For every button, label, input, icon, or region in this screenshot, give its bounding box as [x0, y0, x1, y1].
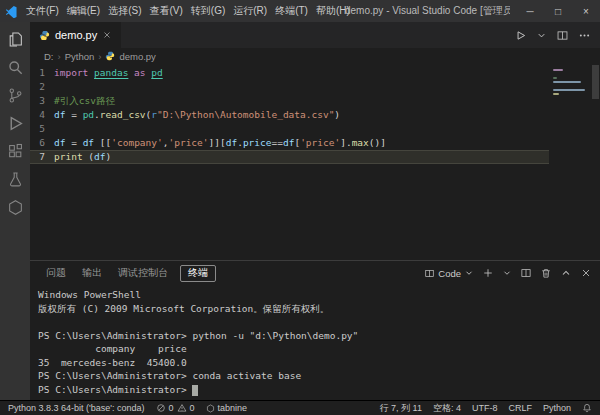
- line-number[interactable]: 2: [30, 80, 54, 94]
- line-number[interactable]: 6: [30, 136, 54, 150]
- panel-tabs: 问题输出调试控制台终端: [38, 261, 220, 285]
- split-terminal-icon[interactable]: [520, 267, 532, 279]
- extensions-icon[interactable]: [0, 137, 30, 165]
- minimize-button[interactable]: ─: [516, 0, 544, 22]
- window-controls: ─ □ ×: [516, 0, 600, 22]
- more-actions-icon[interactable]: [578, 29, 591, 42]
- bottom-panel: 问题输出调试控制台终端 Code: [30, 260, 600, 400]
- language-mode-status[interactable]: Python: [543, 403, 571, 413]
- code-line[interactable]: 2: [30, 80, 549, 94]
- split-editor-icon[interactable]: [556, 29, 569, 42]
- cursor-position-status[interactable]: 行 7, 列 11: [380, 402, 422, 415]
- menu-item-4[interactable]: 转到(G): [187, 0, 229, 22]
- terminal-line: [38, 315, 600, 329]
- menu-item-0[interactable]: 文件(F): [22, 0, 63, 22]
- tabnine-status[interactable]: tabnine: [206, 403, 248, 413]
- testing-icon[interactable]: [0, 165, 30, 193]
- terminal-line: Windows PowerShell: [38, 288, 600, 302]
- line-number[interactable]: 4: [30, 108, 54, 122]
- search-icon[interactable]: [0, 53, 30, 81]
- warning-count: 0: [190, 403, 195, 413]
- terminal-output[interactable]: Windows PowerShell版权所有 (C) 2009 Microsof…: [30, 285, 600, 400]
- indentation-status[interactable]: 空格: 4: [433, 402, 461, 415]
- source-control-icon[interactable]: [0, 81, 30, 109]
- minimap[interactable]: [549, 64, 591, 260]
- menu-item-5[interactable]: 运行(R): [229, 0, 271, 22]
- line-number[interactable]: 5: [30, 122, 54, 136]
- code-line[interactable]: 7print (df): [30, 150, 549, 164]
- shell-selector[interactable]: Code: [424, 268, 474, 279]
- close-window-button[interactable]: ×: [572, 0, 600, 22]
- scrollbar-thumb[interactable]: [592, 65, 599, 99]
- close-tab-icon[interactable]: [102, 30, 112, 40]
- notifications-bell-icon[interactable]: [582, 403, 592, 413]
- breadcrumb: D:›Python›demo.py: [30, 48, 600, 64]
- menu-item-3[interactable]: 查看(V): [145, 0, 186, 22]
- warning-icon: [177, 403, 187, 413]
- line-number[interactable]: 1: [30, 66, 54, 80]
- tabnine-label: tabnine: [218, 403, 248, 413]
- code-text: df = df [['company','price']][df.price==…: [54, 136, 386, 150]
- code-editor[interactable]: 1import pandas as pd23#引入csv路径4df = pd.r…: [30, 64, 600, 260]
- panel-header: 问题输出调试控制台终端 Code: [30, 261, 600, 285]
- shell-label: Code: [438, 268, 461, 279]
- minimap-line: [553, 89, 585, 91]
- problems-status[interactable]: 0 0: [156, 403, 195, 413]
- python-interpreter-status[interactable]: Python 3.8.3 64-bit ('base': conda): [8, 403, 145, 413]
- run-python-file-button[interactable]: [514, 29, 527, 42]
- title-bar: 文件(F)编辑(E)选择(S)查看(V)转到(G)运行(R)终端(T)帮助(H)…: [0, 0, 600, 22]
- breadcrumb-item-0[interactable]: D:: [44, 51, 54, 62]
- breadcrumb-separator: ›: [98, 51, 101, 62]
- code-line[interactable]: 3#引入csv路径: [30, 94, 549, 108]
- encoding-status[interactable]: UTF-8: [472, 403, 498, 413]
- breadcrumb-item-2[interactable]: demo.py: [119, 51, 155, 62]
- close-panel-icon[interactable]: [580, 267, 592, 279]
- run-debug-icon[interactable]: [0, 109, 30, 137]
- breadcrumb-separator: ›: [58, 51, 61, 62]
- maximize-button[interactable]: □: [544, 0, 572, 22]
- terminal-line: PS C:\Users\Administrator>: [38, 383, 600, 397]
- editor-tab-bar: demo.py: [30, 22, 600, 48]
- code-line[interactable]: 4df = pd.read_csv(r"D:\Python\Automobile…: [30, 108, 549, 122]
- editor-scrollbar[interactable]: [591, 64, 600, 260]
- code-line[interactable]: 5: [30, 122, 549, 136]
- maximize-panel-icon[interactable]: [560, 267, 572, 279]
- menu-item-1[interactable]: 编辑(E): [63, 0, 104, 22]
- panel-tab-3[interactable]: 终端: [180, 265, 216, 282]
- run-dropdown-icon[interactable]: [536, 30, 547, 41]
- code-line[interactable]: 6df = df [['company','price']][df.price=…: [30, 136, 549, 150]
- code-lines: 1import pandas as pd23#引入csv路径4df = pd.r…: [30, 64, 549, 260]
- error-icon: [156, 403, 166, 413]
- terminal-cursor: [192, 385, 198, 396]
- vscode-logo-icon: [0, 5, 22, 18]
- code-text: print (df): [54, 150, 111, 164]
- editor-actions: [505, 22, 600, 48]
- python-file-icon: [105, 51, 115, 61]
- menu-bar: 文件(F)编辑(E)选择(S)查看(V)转到(G)运行(R)终端(T)帮助(H): [22, 0, 354, 22]
- kill-terminal-icon[interactable]: [540, 267, 552, 279]
- tabnine-icon[interactable]: [0, 193, 30, 221]
- minimap-line: [553, 81, 581, 83]
- menu-item-2[interactable]: 选择(S): [104, 0, 145, 22]
- code-text: #引入csv路径: [54, 94, 115, 108]
- python-file-icon: [39, 30, 50, 41]
- terminal-line: PS C:\Users\Administrator> conda activat…: [38, 369, 600, 383]
- tab-demo-py[interactable]: demo.py: [30, 22, 121, 48]
- eol-status[interactable]: CRLF: [508, 403, 532, 413]
- new-terminal-icon[interactable]: [482, 267, 494, 279]
- explorer-icon[interactable]: [0, 25, 30, 53]
- status-left: Python 3.8.3 64-bit ('base': conda) 0 0 …: [8, 403, 247, 413]
- menu-item-6[interactable]: 终端(T): [271, 0, 312, 22]
- code-text: df = pd.read_csv(r"D:\Python\Automobile_…: [54, 108, 340, 122]
- code-line[interactable]: 1import pandas as pd: [30, 66, 549, 80]
- minimap-line: [553, 93, 559, 95]
- breadcrumb-item-1[interactable]: Python: [65, 51, 95, 62]
- status-right: 行 7, 列 11 空格: 4 UTF-8 CRLF Python: [380, 402, 592, 415]
- panel-tab-0[interactable]: 问题: [38, 261, 74, 285]
- panel-tab-2[interactable]: 调试控制台: [110, 261, 176, 285]
- line-number[interactable]: 3: [30, 94, 54, 108]
- panel-tab-1[interactable]: 输出: [74, 261, 110, 285]
- terminal-dropdown-icon[interactable]: [502, 268, 512, 278]
- main-area: demo.py D:›Python›demo.py 1import pandas…: [0, 22, 600, 400]
- line-number[interactable]: 7: [30, 150, 54, 164]
